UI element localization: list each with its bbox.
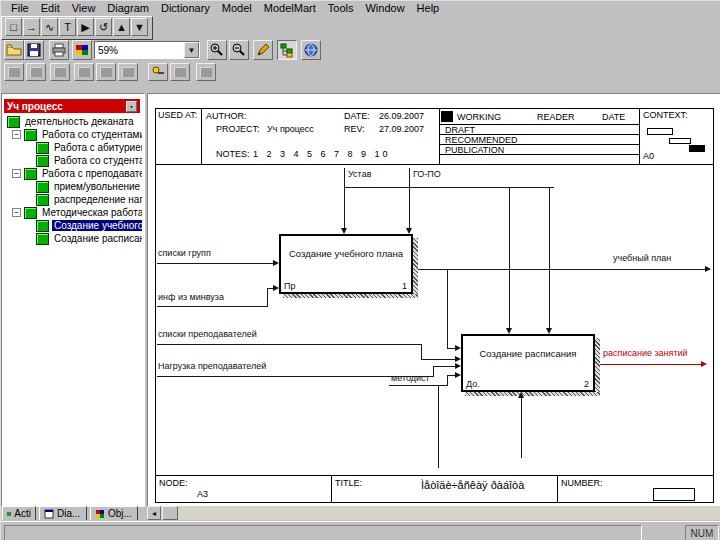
- save-button[interactable]: [24, 40, 44, 60]
- tree-item[interactable]: деятельность деканата: [4, 115, 142, 128]
- activity-tag: Пр: [284, 281, 295, 291]
- scroll-left-button[interactable]: ◄: [147, 506, 161, 520]
- tree-item[interactable]: Работа со студентам: [4, 154, 142, 167]
- modelmart-button[interactable]: [301, 40, 321, 60]
- menu-window[interactable]: Window: [359, 2, 410, 14]
- collapse-icon[interactable]: −: [12, 130, 21, 139]
- box2-shadow: [465, 392, 600, 396]
- tree-item[interactable]: распределение нагр: [4, 193, 142, 206]
- tab-objects[interactable]: Obj...: [90, 506, 138, 520]
- menu-dictionary[interactable]: Dictionary: [155, 2, 216, 14]
- mm-refresh-button[interactable]: [50, 63, 70, 81]
- mm-checkin-button[interactable]: [74, 63, 94, 81]
- tree-item[interactable]: прием/увольнение н: [4, 180, 142, 193]
- menu-diagram[interactable]: Diagram: [101, 2, 155, 14]
- menu-file[interactable]: File: [5, 2, 35, 14]
- go-child-tool[interactable]: ▼: [131, 18, 148, 36]
- standard-toolbar: ▼: [1, 39, 720, 61]
- tree-item[interactable]: Работа с абитуриент: [4, 141, 142, 154]
- activity-number: 2: [584, 379, 589, 389]
- notes-label: NOTES:: [216, 149, 250, 159]
- context-thumb-box: [669, 138, 691, 144]
- tree-item[interactable]: −Работа с преподавател: [4, 167, 142, 180]
- tree-icon: [279, 42, 295, 58]
- open-folder-icon: [6, 42, 22, 58]
- activity-box-2[interactable]: Создание расписания До. 2: [461, 334, 595, 392]
- activity-icon: [36, 181, 49, 193]
- recommended-label: RECOMMENDED: [445, 135, 518, 145]
- scroll-left-icon: ◄: [151, 510, 158, 517]
- menu-edit[interactable]: Edit: [35, 2, 66, 14]
- diagram-hscrollbar[interactable]: ◄: [147, 506, 720, 520]
- tree-item[interactable]: Создание расписан: [4, 232, 142, 245]
- tree-item[interactable]: −Методическая работа: [4, 206, 142, 219]
- text-tool[interactable]: T: [59, 18, 76, 36]
- tree-item[interactable]: −Работа со студентами: [4, 128, 142, 141]
- person-icon: [8, 67, 20, 77]
- sibling-diagram-tool[interactable]: ↺: [95, 18, 112, 36]
- reader-label: READER: [537, 112, 575, 122]
- arrow-label: инф из минвуза: [158, 292, 224, 302]
- project-value: Уч процесс: [267, 124, 314, 134]
- collapse-icon[interactable]: −: [12, 169, 21, 178]
- zoom-input[interactable]: [95, 44, 184, 57]
- go-parent-tool[interactable]: ▲: [113, 18, 130, 36]
- arrow-tool[interactable]: →: [23, 18, 40, 36]
- activity-number: 1: [402, 281, 407, 291]
- activity-icon: [36, 220, 49, 232]
- tab-activities[interactable]: Acti: [2, 506, 36, 520]
- diagram-play-tool[interactable]: ▶: [77, 18, 94, 36]
- node-value: A3: [197, 489, 208, 499]
- report-button[interactable]: [72, 40, 92, 60]
- tree-item-selected[interactable]: Создание учебного п: [4, 219, 142, 232]
- publication-label: PUBLICATION: [445, 145, 504, 155]
- modelmart-toolbar: [1, 62, 720, 84]
- activity-box-1[interactable]: Создание учебного плана Пр 1: [279, 234, 413, 294]
- mm-world-button[interactable]: [170, 63, 190, 81]
- spelling-button[interactable]: [253, 40, 273, 60]
- activity-title: Создание расписания: [465, 348, 591, 359]
- caption-menu-button[interactable]: ▪: [126, 101, 137, 112]
- menu-modelmart[interactable]: ModelMart: [258, 2, 322, 14]
- menu-tools[interactable]: Tools: [322, 2, 360, 14]
- arrow-label: учебный план: [613, 253, 671, 263]
- squiggle-tool[interactable]: ∿: [41, 18, 58, 36]
- arrow-label: методист: [391, 373, 430, 383]
- scroll-thumb[interactable]: [162, 506, 178, 520]
- chevron-down-icon: ▼: [188, 46, 196, 55]
- open-button[interactable]: [4, 40, 24, 60]
- tab-diagrams[interactable]: Dia...: [39, 506, 87, 520]
- menu-help[interactable]: Help: [411, 2, 446, 14]
- zoom-out-button[interactable]: [229, 40, 249, 60]
- mm-library-button[interactable]: [118, 63, 138, 81]
- activity-icon: [36, 233, 49, 245]
- arrow-label: Устав: [348, 169, 371, 179]
- node-label: NODE:: [159, 478, 188, 488]
- working-label: WORKING: [457, 112, 501, 122]
- zoom-dropdown-button[interactable]: ▼: [184, 42, 199, 58]
- used-at-label: USED AT:: [158, 110, 197, 120]
- tree-item-label: Работа с преподавател: [40, 168, 142, 179]
- activity-icon: [36, 142, 49, 154]
- activity-box-tool[interactable]: □: [5, 18, 22, 36]
- model-explorer-panel: Уч процесс ▪ деятельность деканата −Рабо…: [1, 93, 145, 507]
- notes-values: 1 2 3 4 5 6 7 8 9 10: [253, 149, 391, 159]
- tab-label: Obj...: [108, 508, 132, 519]
- mm-info-button[interactable]: [196, 63, 216, 81]
- pencil-icon: [255, 42, 271, 58]
- author-label: AUTHOR:: [206, 111, 247, 121]
- menu-model[interactable]: Model: [216, 2, 258, 14]
- date-column-label: DATE: [602, 112, 625, 122]
- collapse-icon[interactable]: −: [12, 208, 21, 217]
- mm-key-button[interactable]: [148, 63, 168, 81]
- mm-join-button[interactable]: [4, 63, 24, 81]
- mm-checkout-button[interactable]: [96, 63, 116, 81]
- print-button[interactable]: [49, 40, 69, 60]
- book-icon: [100, 67, 112, 77]
- model-explorer-toggle[interactable]: [277, 40, 297, 60]
- tree-item-label: Методическая работа: [40, 207, 142, 218]
- menu-view[interactable]: View: [66, 2, 102, 14]
- mm-lock-button[interactable]: [26, 63, 46, 81]
- info-icon: [200, 67, 212, 77]
- zoom-in-button[interactable]: [207, 40, 227, 60]
